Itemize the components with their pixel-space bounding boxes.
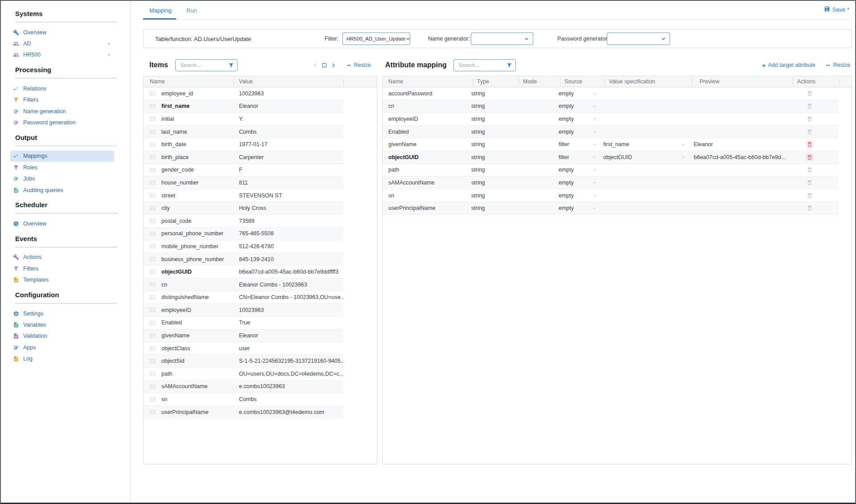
password-generator-select[interactable] <box>607 33 670 45</box>
sidebar-item-filters[interactable]: Filters <box>10 94 114 106</box>
table-row: givenNameEleanor <box>144 329 343 342</box>
items-resize-button[interactable]: Resize <box>346 62 371 68</box>
delete-button[interactable] <box>806 153 814 161</box>
drag-handle-icon[interactable] <box>149 333 156 338</box>
source-dropdown[interactable]: empty <box>559 167 603 173</box>
value-spec-dropdown[interactable]: first_name <box>603 141 694 148</box>
drag-handle-icon[interactable] <box>149 397 156 402</box>
sidebar-item-relations[interactable]: Relations <box>10 83 114 94</box>
sidebar-item-validation[interactable]: Validation <box>10 331 114 342</box>
item-value: Eleanor <box>239 332 343 339</box>
sidebar-item-overview[interactable]: Overview <box>10 27 114 38</box>
filter-select[interactable]: HR500_AD_User_Update <box>342 33 410 45</box>
source-dropdown[interactable]: empty <box>559 103 603 109</box>
drag-handle-icon[interactable] <box>149 206 156 211</box>
drag-handle-icon[interactable] <box>149 104 156 109</box>
drag-handle-icon[interactable] <box>149 384 156 389</box>
page-next-button[interactable] <box>330 62 336 68</box>
drag-handle-icon[interactable] <box>149 346 156 351</box>
source-dropdown[interactable]: empty <box>559 129 603 135</box>
drag-handle-icon[interactable] <box>149 410 156 414</box>
table-row: userPrincipalNamestringempty <box>383 202 839 215</box>
page-indicator-icon[interactable] <box>321 62 327 68</box>
chevron-down-icon <box>592 180 597 185</box>
delete-button[interactable] <box>806 166 814 174</box>
source-dropdown[interactable]: filter <box>559 154 603 160</box>
page-prev-button[interactable] <box>313 62 318 68</box>
sidebar-item-apps[interactable]: Apps <box>10 342 114 353</box>
delete-button[interactable] <box>806 90 814 98</box>
sidebar-item-log[interactable]: Log <box>10 353 114 364</box>
items-search-input[interactable] <box>180 62 228 68</box>
drag-handle-icon[interactable] <box>149 142 156 147</box>
table-row: pathOU=users,OU=docs,DC=t4edemo,DC=c... <box>144 368 343 381</box>
drag-handle-icon[interactable] <box>149 155 156 160</box>
mapping-resize-button[interactable]: Resize <box>825 62 850 68</box>
value-spec-dropdown[interactable]: objectGUID <box>603 154 694 160</box>
sidebar-item-actions[interactable]: Actions <box>10 252 114 263</box>
drag-handle-icon[interactable] <box>149 307 156 312</box>
drag-handle-icon[interactable] <box>149 218 156 223</box>
drag-handle-icon[interactable] <box>149 244 156 249</box>
delete-button[interactable] <box>806 128 814 136</box>
source-dropdown[interactable]: filter <box>559 141 603 148</box>
sidebar-item-filters[interactable]: Filters <box>10 263 114 274</box>
source-dropdown[interactable]: empty <box>559 205 603 211</box>
drag-handle-icon[interactable] <box>149 168 156 172</box>
sidebar-item-mappings[interactable]: Mappings <box>10 151 114 162</box>
drag-handle-icon[interactable] <box>149 295 156 300</box>
column-header-value-specification: Value specification <box>609 76 655 87</box>
drag-handle-icon[interactable] <box>149 180 156 185</box>
table-row: birth_date1977-01-17 <box>144 138 343 151</box>
sidebar-item-jobs[interactable]: Jobs <box>10 173 114 184</box>
add-target-attribute-button[interactable]: + Add target attribute <box>762 62 815 69</box>
attribute-preview: b6ea07cd-a005-45ac-b60d-bb7e9d... <box>694 154 791 160</box>
drag-handle-icon[interactable] <box>149 257 156 262</box>
sidebar-item-variables[interactable]: Variables <box>10 319 114 330</box>
drag-handle-icon[interactable] <box>149 91 156 96</box>
items-search[interactable] <box>175 59 238 71</box>
sidebar-item-auditing-queries[interactable]: Auditing queries <box>10 184 114 196</box>
sidebar-item-templates[interactable]: Templates <box>10 274 114 285</box>
tab-mapping[interactable]: Mapping <box>149 4 172 16</box>
drag-handle-icon[interactable] <box>149 231 156 236</box>
mapping-search[interactable] <box>453 59 516 71</box>
sidebar-item-password-generation[interactable]: Password generation <box>10 117 114 128</box>
delete-button[interactable] <box>806 102 814 110</box>
mapping-panel: NameTypeModeSourceValue specificationPre… <box>382 76 852 464</box>
sidebar-item-hr500[interactable]: HR500 <box>10 49 114 61</box>
table-row: last_nameCombs <box>144 126 343 139</box>
sidebar-item-overview[interactable]: Overview <box>10 218 114 229</box>
name-generator-select[interactable] <box>471 33 533 45</box>
mapping-search-input[interactable] <box>458 62 506 68</box>
delete-button[interactable] <box>806 204 814 212</box>
save-button[interactable]: Save * <box>824 6 849 13</box>
drag-handle-icon[interactable] <box>149 371 156 376</box>
delete-button[interactable] <box>806 192 814 200</box>
delete-button[interactable] <box>806 179 814 187</box>
source-dropdown[interactable]: empty <box>559 193 603 199</box>
sidebar-item-roles[interactable]: Roles <box>10 162 114 173</box>
delete-button[interactable] <box>806 140 814 148</box>
delete-button[interactable] <box>806 115 814 123</box>
item-name: mobile_phone_number <box>161 243 239 250</box>
drag-handle-icon[interactable] <box>149 359 156 364</box>
drag-handle-icon[interactable] <box>149 282 156 287</box>
sidebar-item-settings[interactable]: Settings <box>10 308 114 319</box>
sidebar-item-name-generation[interactable]: Name generation <box>10 106 114 117</box>
drag-handle-icon[interactable] <box>149 270 156 275</box>
source-dropdown[interactable]: empty <box>559 116 603 122</box>
sidebar-item-ad[interactable]: AD <box>10 38 114 49</box>
drag-handle-icon[interactable] <box>149 129 156 134</box>
drag-handle-icon[interactable] <box>149 320 156 325</box>
sidebar-item-label: Overview <box>23 29 46 36</box>
drag-handle-icon[interactable] <box>149 193 156 198</box>
source-dropdown[interactable]: empty <box>559 180 603 186</box>
source-dropdown[interactable]: empty <box>559 90 603 97</box>
mapping-toolbar: Table/function: AD.Users/UserUpdate Filt… <box>143 29 852 48</box>
drag-handle-icon[interactable] <box>149 116 156 121</box>
sidebar-item-label: Validation <box>23 333 47 339</box>
tab-run[interactable]: Run <box>186 4 197 16</box>
column-header-source: Source <box>564 76 582 87</box>
table-row: objectSidS-1-5-21-2245632195-3137219160-… <box>144 355 343 368</box>
